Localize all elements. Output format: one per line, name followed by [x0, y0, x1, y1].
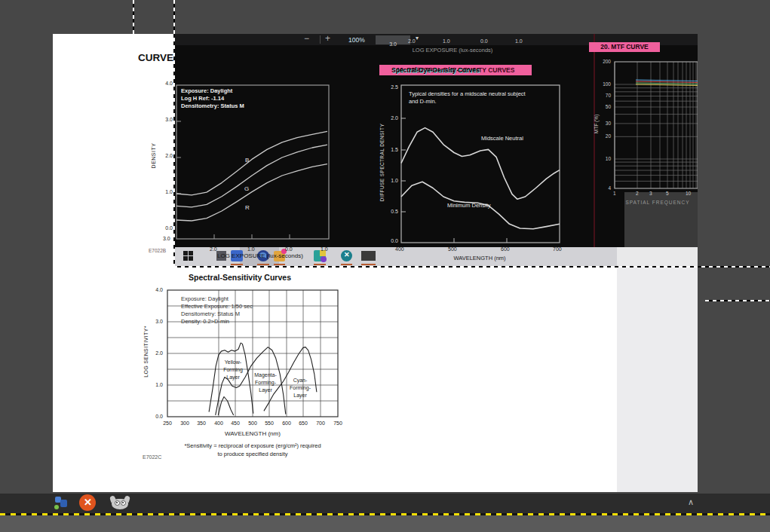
mtf-ylabel: MTF (%): [594, 105, 599, 143]
ss-ytick: 4.0: [151, 287, 163, 292]
ss-figure-code: E7022C: [143, 454, 161, 460]
ss-xtick: 500: [245, 420, 260, 426]
ss-ytick: 1.0: [151, 382, 163, 387]
ss-xtick: 600: [279, 420, 294, 426]
mtf-xtick: 3: [649, 191, 652, 196]
ss-annotation: Densitometry: Status M: [181, 310, 240, 317]
ss-xtick: 350: [194, 420, 209, 426]
mtf-ytick: 4: [597, 185, 611, 191]
ss-xtick: 300: [177, 420, 192, 426]
layer-boundary-dashed: [0, 513, 770, 515]
mtf-ytick: 200: [597, 59, 611, 64]
selection-border-horizontal: [173, 266, 770, 268]
dd-xtick: 700: [553, 246, 562, 252]
taskbar-strip-light-segment: [617, 247, 698, 266]
people-app-icon[interactable]: [54, 497, 67, 509]
open-app-indicator: [274, 264, 285, 265]
ss-footnote2: to produce specified density: [170, 451, 336, 457]
ss-xtick: 250: [160, 420, 175, 426]
ss-annotation: Exposure: Daylight: [181, 295, 229, 302]
office-app-icon[interactable]: [314, 250, 326, 261]
guide-vertical[interactable]: [133, 0, 134, 34]
canvas-footer-area: [0, 515, 770, 532]
dd-xlabel: WAVELENGTH (nm): [434, 255, 525, 261]
ss-xtick: 450: [228, 420, 243, 426]
cc-xtick: 1.0: [321, 246, 328, 252]
ss-xtick: 550: [262, 420, 277, 426]
ss-ytick: 0.0: [151, 414, 163, 419]
ss-ytick: 3.0: [151, 319, 163, 324]
show-hidden-icons-chevron[interactable]: ∧: [688, 497, 694, 507]
ss-footnote: *Sensitivity = reciprocal of exposure (e…: [170, 442, 336, 449]
ss-annotation: Density: 0.2>D-min: [181, 318, 229, 325]
strip-overlay-xaxis-label: LOG EXPOSURE (lux-seconds): [217, 252, 303, 259]
cc-xtick: 2.0: [210, 246, 217, 252]
ss-xtick: 700: [313, 420, 328, 426]
ss-xtick: 650: [296, 420, 311, 426]
guide-horizontal-short[interactable]: [705, 300, 770, 301]
gimp-canvas: CURVES 4.0 3.0 2.0 1.0 0.0 DENSITY 3.0 E…: [0, 0, 770, 532]
orange-x-app-icon[interactable]: ✕: [79, 494, 96, 511]
mtf-ytick: 100: [597, 81, 611, 87]
ss-xtick: 400: [211, 420, 226, 426]
mtf-xtick: 5: [666, 191, 669, 196]
open-app-indicator: [314, 264, 326, 265]
cc-xtick: 0.0: [285, 246, 293, 252]
mtf-xlabel: SPATIAL FREQUENCY: [612, 200, 698, 205]
mtf-xtick: 1: [613, 191, 616, 196]
mtf-plot: [174, 34, 698, 247]
mtf-ytick: 30: [597, 121, 611, 126]
dark-screenshot-layer: − + 100% 3.0 ▾ 2.0 1.0 0.0 1.0 LOG EXPOS…: [174, 34, 698, 247]
dark-factory-app-icon[interactable]: [361, 251, 376, 261]
gimp-wilber-icon[interactable]: [110, 496, 130, 510]
mtf-ytick: 70: [597, 93, 611, 98]
ss-xlabel: WAVELENGTH (nm): [207, 430, 298, 437]
ss-annotation: Effective Exposure: 1/50 sec: [181, 303, 253, 310]
dd-xtick: 400: [395, 246, 404, 252]
mtf-xtick: 2: [636, 191, 639, 196]
open-app-indicator: [341, 264, 352, 265]
open-app-indicator: [361, 264, 376, 265]
mtf-ytick: 10: [597, 156, 611, 161]
mtf-ytick: 20: [597, 133, 611, 139]
ss-cyan-label: Cyan-Forming-Layer: [281, 377, 319, 399]
ss-ylabel: LOG SENSITIVITY*: [143, 311, 149, 393]
mtf-xtick: 10: [686, 191, 691, 196]
ss-ytick: 2.0: [151, 350, 163, 356]
ss-magenta-label: Magenta-Forming-Layer: [247, 371, 284, 394]
selection-border-vertical: [173, 0, 175, 268]
open-app-indicator: [257, 264, 269, 265]
windows-start-icon[interactable]: [183, 251, 193, 261]
open-app-indicator: [231, 264, 243, 265]
dd-xtick: 600: [501, 246, 510, 252]
mtf-ytick: 50: [597, 104, 611, 109]
ss-xtick: 750: [330, 420, 345, 426]
cc-xtick: 1.0: [247, 246, 255, 252]
xbox-app-icon[interactable]: ✕: [341, 250, 352, 261]
dd-xtick: 500: [448, 246, 457, 252]
